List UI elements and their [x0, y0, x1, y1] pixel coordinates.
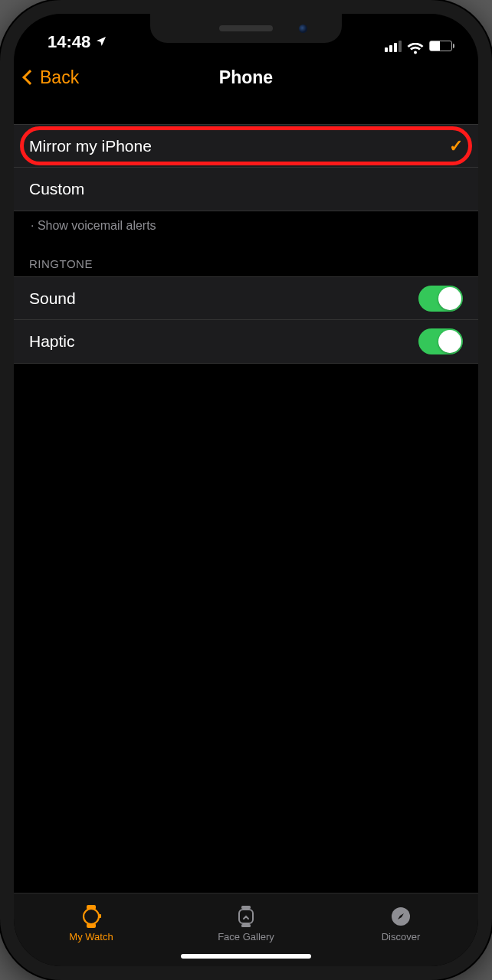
haptic-toggle[interactable] [418, 328, 463, 354]
chevron-left-icon [22, 70, 38, 85]
compass-icon [389, 905, 412, 928]
front-camera [299, 24, 307, 33]
nav-bar: Back Phone [14, 54, 478, 101]
screen: 14:48 [14, 14, 478, 966]
face-gallery-icon [235, 905, 257, 928]
ringtone-header: RINGTONE [14, 236, 478, 276]
tab-label: Face Gallery [218, 931, 274, 942]
back-button[interactable]: Back [25, 67, 79, 88]
alerts-footer: · Show voicemail alerts [14, 211, 478, 236]
wifi-icon [407, 40, 424, 52]
cellular-signal-icon [385, 41, 402, 52]
svg-rect-5 [241, 924, 251, 927]
row-haptic: Haptic [14, 320, 478, 363]
back-label: Back [40, 67, 79, 88]
page-title: Phone [14, 67, 478, 88]
tab-discover[interactable]: Discover [323, 893, 478, 954]
svg-rect-4 [241, 906, 251, 909]
tab-label: My Watch [69, 931, 113, 942]
content: Mirror my iPhone ✓ Custom · Show voicema… [14, 101, 478, 893]
notch [150, 14, 342, 43]
phone-frame: 14:48 [0, 0, 492, 980]
location-icon [95, 32, 107, 52]
option-label: Mirror my iPhone [29, 137, 152, 155]
sound-toggle[interactable] [418, 286, 463, 312]
tab-face-gallery[interactable]: Face Gallery [169, 893, 323, 954]
home-indicator[interactable] [181, 954, 311, 959]
status-time: 14:48 [48, 32, 90, 52]
ringtone-group: Sound Haptic [14, 276, 478, 364]
tab-my-watch[interactable]: My Watch [14, 893, 169, 954]
option-custom[interactable]: Custom [14, 168, 478, 211]
battery-icon [429, 41, 452, 51]
row-label: Sound [29, 289, 76, 308]
watch-icon [80, 905, 103, 928]
svg-rect-3 [99, 914, 101, 918]
earpiece-speaker [219, 25, 273, 31]
alerts-mode-group: Mirror my iPhone ✓ Custom [14, 124, 478, 211]
svg-point-2 [84, 909, 99, 924]
row-label: Haptic [29, 332, 75, 351]
option-label: Custom [29, 180, 84, 198]
checkmark-icon: ✓ [449, 136, 463, 156]
option-mirror-iphone[interactable]: Mirror my iPhone ✓ [14, 125, 478, 168]
tab-label: Discover [382, 931, 421, 942]
row-sound: Sound [14, 277, 478, 320]
